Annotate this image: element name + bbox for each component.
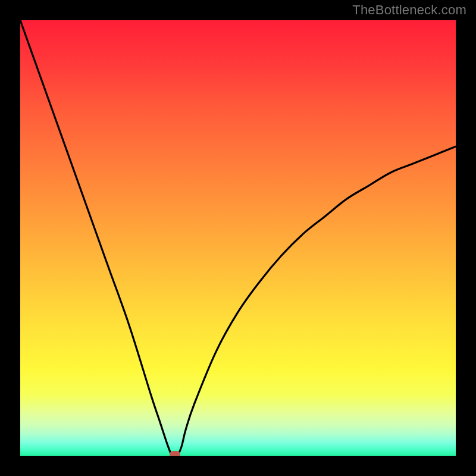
optimal-point-marker bbox=[170, 451, 180, 456]
chart-frame: TheBottleneck.com bbox=[0, 0, 476, 476]
curve-svg bbox=[20, 20, 456, 456]
watermark-text: TheBottleneck.com bbox=[352, 2, 466, 18]
plot-area bbox=[20, 20, 456, 456]
bottleneck-curve bbox=[20, 20, 456, 456]
